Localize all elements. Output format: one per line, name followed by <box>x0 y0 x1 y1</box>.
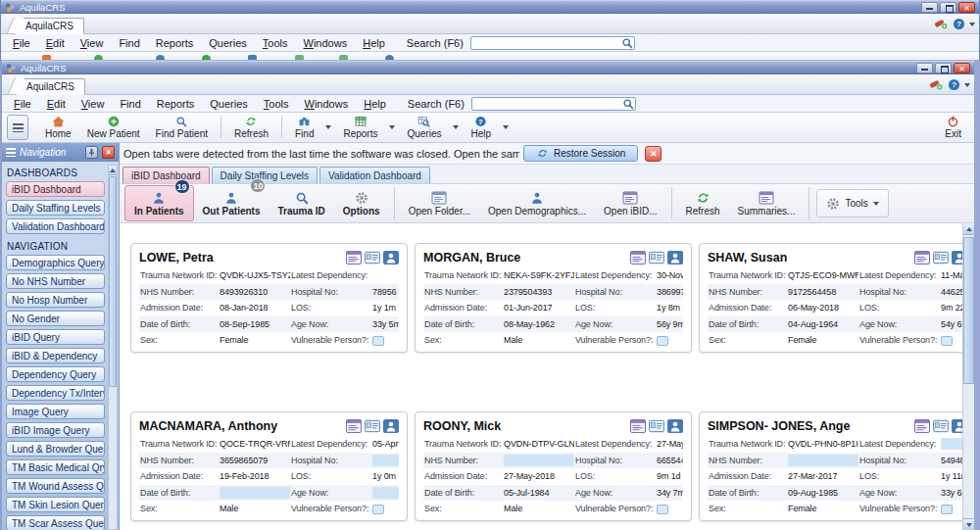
menu-item[interactable]: File <box>5 37 38 49</box>
sidebar-item[interactable]: Dependency Tx/Interventi <box>6 385 105 401</box>
close-button[interactable] <box>954 63 970 73</box>
help-icon[interactable]: ? <box>948 78 960 91</box>
pin-button[interactable] <box>85 146 98 159</box>
help-icon[interactable]: ? <box>953 18 965 30</box>
open-ibid-button[interactable]: Open iBID... <box>595 185 665 221</box>
search-icon[interactable] <box>622 98 634 110</box>
vulnerable-person-checkbox[interactable] <box>941 336 953 346</box>
chevron-down-icon[interactable] <box>964 83 970 87</box>
patient-id-card-icon[interactable] <box>649 419 664 433</box>
close-button[interactable] <box>958 2 975 13</box>
menu-item[interactable]: Edit <box>38 37 73 49</box>
patient-id-card-icon[interactable] <box>933 419 949 433</box>
trauma-id-button[interactable]: Trauma ID <box>269 185 333 221</box>
sidebar-item[interactable]: No Gender <box>6 311 105 326</box>
patient-details-icon[interactable] <box>346 251 362 265</box>
patient-details-icon[interactable] <box>630 419 646 433</box>
maximize-button[interactable] <box>935 63 952 73</box>
menu-item[interactable]: Reports <box>148 37 202 49</box>
patient-card[interactable]: LOWE, Petra Trauma Network ID: QVDK-UJX5… <box>130 243 408 353</box>
annotate-icon[interactable] <box>934 18 949 30</box>
patient-card[interactable]: MORGAN, Bruce Trauma Network ID: NEKA-S9… <box>415 243 692 353</box>
menu-item[interactable]: Help <box>356 98 394 110</box>
minimize-button[interactable] <box>921 2 938 13</box>
sidebar-item[interactable]: TM Wound Assess Qry <box>6 478 105 494</box>
scroll-down-button[interactable] <box>963 518 974 530</box>
sidebar-item[interactable]: Lund & Browder Query <box>6 441 105 457</box>
app-window-tab[interactable]: AquilaCRS <box>16 78 85 95</box>
queries-dropdown[interactable] <box>449 115 463 140</box>
minimize-button[interactable] <box>916 63 933 73</box>
scrollbar-thumb[interactable] <box>963 237 974 384</box>
vulnerable-person-checkbox[interactable] <box>372 336 384 346</box>
refresh-button[interactable]: Refresh <box>226 115 276 140</box>
hamburger-icon[interactable] <box>6 148 16 157</box>
menu-item[interactable]: Queries <box>202 98 256 110</box>
menu-item[interactable]: Find <box>112 98 148 110</box>
patient-photo-icon[interactable] <box>952 419 962 433</box>
app-window-tab[interactable]: AquilaCRS <box>15 18 84 34</box>
menu-item[interactable]: File <box>6 98 39 110</box>
dashboard-tab[interactable]: iBID Dashboard <box>122 167 210 183</box>
menu-item[interactable]: Edit <box>39 98 74 110</box>
menu-item[interactable]: Reports <box>149 98 203 110</box>
vulnerable-person-checkbox[interactable] <box>372 505 384 514</box>
dashboard-tab[interactable]: Validation Dashboard <box>319 167 430 183</box>
reports-button[interactable]: Reports <box>335 115 385 140</box>
help-dropdown[interactable] <box>499 115 513 140</box>
open-folder-button[interactable]: Open Folder... <box>400 185 479 221</box>
patient-photo-icon[interactable] <box>383 419 399 433</box>
sidebar-item[interactable]: iBID Dashboard <box>6 181 105 197</box>
summaries-button[interactable]: Summaries... <box>729 185 805 221</box>
menu-item[interactable]: Find <box>111 37 147 49</box>
scroll-up-button[interactable] <box>109 166 117 175</box>
sidebar-item[interactable]: Dependency Query <box>6 366 105 382</box>
sidebar-item[interactable]: TM Basic Medical Qry <box>6 459 105 475</box>
dashboard-refresh-button[interactable]: Refresh <box>677 185 729 221</box>
options-button[interactable]: Options <box>334 185 389 221</box>
patient-card[interactable]: MACNAMARA, Anthony Trauma Network ID: QO… <box>130 411 408 521</box>
patient-card[interactable]: SHAW, Susan Trauma Network ID: QTJS-ECO9… <box>699 243 962 353</box>
vulnerable-person-checkbox[interactable] <box>657 336 668 346</box>
patient-card[interactable]: SIMPSON- JONES, Ange Trauma Network ID: … <box>699 411 962 521</box>
menu-item[interactable]: Queries <box>201 37 255 49</box>
sidebar-item[interactable]: iBID Query <box>6 329 105 345</box>
out-patients-button[interactable]: 10 Out Patients <box>194 185 270 221</box>
sidebar-item[interactable]: iBID Image Query <box>6 422 105 438</box>
sidebar-item[interactable]: iBID & Dependency <box>6 348 105 363</box>
patient-photo-icon[interactable] <box>952 251 962 265</box>
sidebar-item[interactable]: Demographics Query <box>6 255 105 270</box>
sidebar-item[interactable]: No Hosp Number <box>6 292 105 308</box>
restore-session-button[interactable]: Restore Session <box>523 145 638 162</box>
tools-button[interactable]: Tools <box>816 189 888 217</box>
patient-card[interactable]: ROONY, Mick Trauma Network ID: QVDN-DTPV… <box>415 411 692 521</box>
dismiss-notification-button[interactable] <box>645 146 662 162</box>
patient-photo-icon[interactable] <box>667 251 683 265</box>
search-input[interactable] <box>470 36 635 50</box>
reports-dropdown[interactable] <box>385 115 399 140</box>
sidebar-item[interactable]: TM Scar Assess Query <box>6 515 105 530</box>
sidebar-item[interactable]: Validation Dashboard <box>6 218 105 234</box>
patient-details-icon[interactable] <box>914 419 930 433</box>
menu-item[interactable]: Windows <box>296 37 356 49</box>
patient-photo-icon[interactable] <box>667 419 683 433</box>
content-scrollbar[interactable] <box>962 223 974 530</box>
patient-id-card-icon[interactable] <box>365 419 380 433</box>
find-dropdown[interactable] <box>321 115 335 140</box>
sidebar-item[interactable]: Daily Staffing Levels <box>6 200 105 216</box>
menu-item[interactable]: Tools <box>255 37 296 49</box>
sidebar-close-button[interactable] <box>102 146 115 159</box>
menu-item[interactable]: View <box>74 98 113 110</box>
menu-toggle-button[interactable] <box>7 115 28 140</box>
find-button[interactable]: Find <box>287 115 321 140</box>
vulnerable-person-checkbox[interactable] <box>657 505 668 514</box>
menu-item[interactable]: Windows <box>297 98 357 110</box>
patient-photo-icon[interactable] <box>383 251 399 265</box>
search-icon[interactable] <box>621 37 633 49</box>
home-button[interactable]: Home <box>37 115 79 140</box>
menu-item[interactable]: Tools <box>256 98 297 110</box>
scrollbar-thumb[interactable] <box>109 176 117 387</box>
maximize-button[interactable] <box>940 2 956 13</box>
new-patient-button[interactable]: New Patient <box>79 115 148 140</box>
find-patient-button[interactable]: Find Patient <box>148 115 216 140</box>
